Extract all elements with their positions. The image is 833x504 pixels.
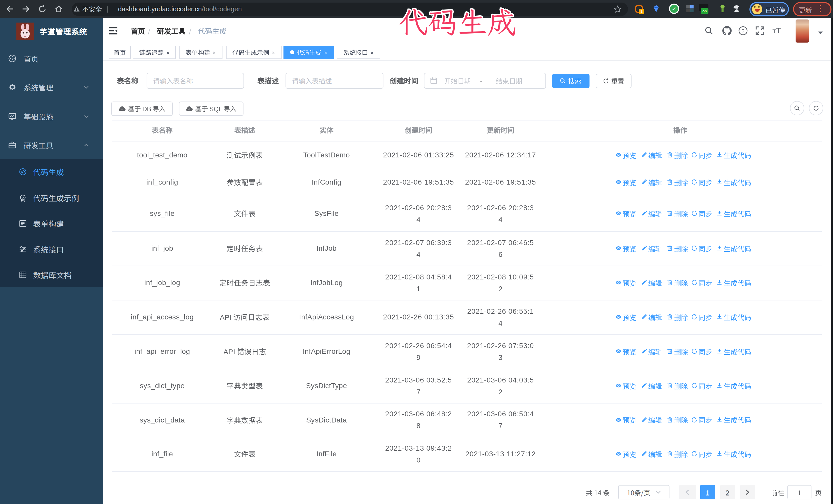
- svg-text:?: ?: [741, 28, 744, 34]
